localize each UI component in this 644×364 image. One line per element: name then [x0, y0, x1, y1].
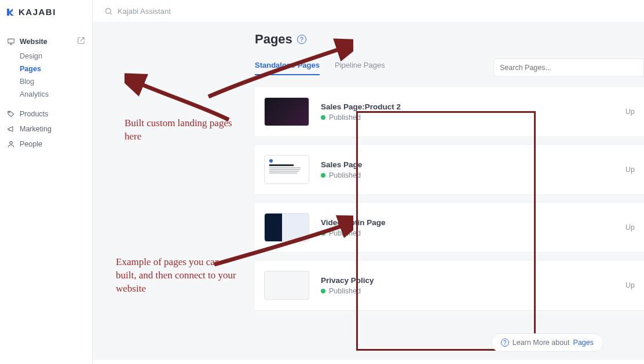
svg-point-6 — [106, 9, 111, 14]
learn-more-link-text: Pages — [573, 339, 594, 347]
monitor-icon — [7, 38, 15, 46]
status-dot-icon — [321, 115, 325, 120]
page-row-title: Sales Page — [321, 160, 362, 169]
external-link-icon[interactable] — [77, 36, 85, 46]
sidebar-item-products[interactable]: Products — [6, 106, 86, 122]
svg-line-7 — [110, 13, 112, 14]
learn-more-text: Learn More about — [513, 339, 570, 347]
page-thumbnail — [264, 155, 309, 184]
sidebar-item-design[interactable]: Design — [6, 50, 86, 62]
page-row-status: Published — [329, 113, 361, 122]
sidebar-item-label: People — [20, 140, 42, 148]
search-pages-input[interactable] — [493, 58, 644, 77]
help-icon: ? — [501, 339, 509, 347]
status-dot-icon — [321, 289, 325, 293]
sidebar-item-pages[interactable]: Pages — [6, 62, 86, 75]
sidebar-item-website[interactable]: Website — [6, 33, 86, 50]
page-row-title: Privacy Policy — [321, 276, 374, 285]
svg-point-5 — [10, 141, 13, 144]
sidebar-item-label: Marketing — [20, 125, 52, 133]
status-dot-icon — [321, 173, 325, 178]
annotation-text: Example of pages you can built, and then… — [116, 256, 237, 296]
page-row-status: Published — [329, 171, 361, 179]
sidebar-item-label: Products — [20, 110, 48, 118]
page-row-status: Published — [329, 287, 361, 295]
assistant-search[interactable]: Kajabi Assistant — [93, 0, 644, 21]
annotation-arrow-icon — [197, 33, 353, 102]
person-icon — [7, 140, 15, 148]
search-icon — [104, 7, 113, 16]
sidebar-item-label: Website — [20, 38, 47, 46]
page-row-title: Sales Page:Product 2 — [321, 102, 401, 111]
megaphone-icon — [7, 125, 15, 133]
tag-icon — [7, 110, 15, 118]
brand-logo: KAJABI — [6, 7, 86, 17]
sidebar-item-analytics[interactable]: Analytics — [6, 88, 86, 101]
sidebar: KAJABI Website Design Pages Blog Analyti… — [0, 0, 93, 364]
page-row-updated: Up — [625, 281, 635, 289]
svg-rect-1 — [8, 39, 14, 43]
sidebar-item-blog[interactable]: Blog — [6, 75, 86, 88]
page-row-updated: Up — [625, 223, 635, 231]
page-thumbnail — [264, 271, 309, 300]
svg-marker-0 — [7, 9, 14, 16]
sidebar-item-marketing[interactable]: Marketing — [6, 122, 86, 137]
page-row-updated: Up — [625, 166, 635, 174]
kajabi-logo-icon — [6, 8, 15, 17]
annotation-text: Built custom landing pages here — [125, 117, 240, 144]
svg-point-4 — [9, 112, 10, 113]
learn-more-link[interactable]: ? Learn More about Pages — [491, 333, 603, 352]
main: Kajabi Assistant Pages ? Standalone Page… — [93, 0, 644, 364]
brand-name: KAJABI — [19, 7, 56, 17]
page-row[interactable]: Sales Page Published Up — [255, 144, 644, 195]
assistant-search-placeholder: Kajabi Assistant — [118, 7, 171, 16]
page-row-updated: Up — [625, 108, 635, 116]
sidebar-item-people[interactable]: People — [6, 137, 86, 152]
